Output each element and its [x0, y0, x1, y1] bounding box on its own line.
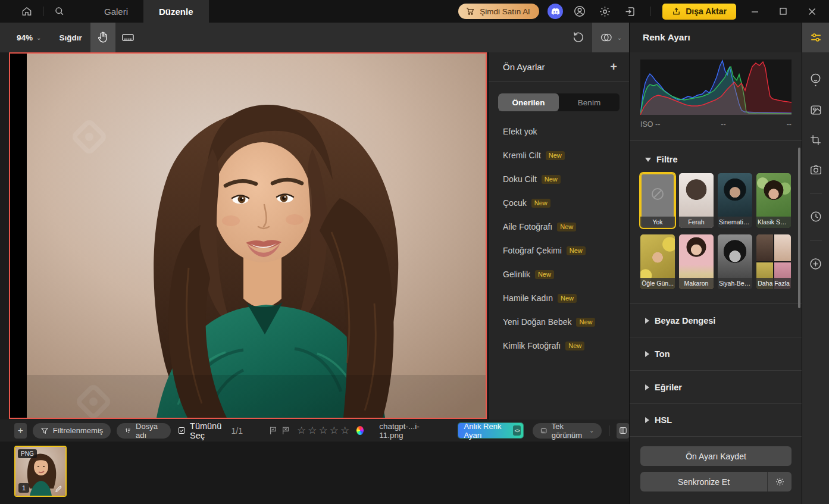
filter-label: Siyah-Bey...	[718, 278, 752, 289]
view-mode-label: Tek görünüm	[552, 422, 585, 440]
preset-item[interactable]: Kimlik FotoğrafıNew	[489, 334, 629, 358]
preset-item[interactable]: Hamile KadınNew	[489, 286, 629, 310]
hand-tool-button[interactable]	[90, 23, 115, 52]
star-icon[interactable]: ☆	[297, 425, 306, 436]
bottom-bar: + Filtrelenmemiş Dosya adı Tümünü Seç 1/…	[0, 420, 629, 442]
settings-button[interactable]	[596, 3, 613, 20]
compare-button[interactable]: ⌄	[592, 23, 629, 52]
maximize-button[interactable]	[773, 0, 793, 23]
straighten-tool-button[interactable]	[115, 23, 140, 52]
minimize-button[interactable]	[744, 0, 765, 23]
preset-item[interactable]: Efekt yok	[489, 120, 629, 143]
zoom-level-value: 94%	[17, 33, 33, 42]
filter-tile[interactable]: Sinematik...	[718, 173, 752, 228]
star-icon[interactable]: ☆	[319, 425, 328, 436]
none-icon	[650, 186, 665, 202]
preset-item[interactable]: Kremli CiltNew	[489, 143, 629, 167]
preset-list: Efekt yok Kremli CiltNew Doku CiltNew Ço…	[489, 120, 629, 358]
color-label-wheel[interactable]	[356, 426, 364, 435]
filter-tool[interactable]	[802, 95, 829, 125]
section-curves[interactable]: Eğriler	[630, 370, 802, 403]
section-title: Ton	[655, 349, 670, 359]
instant-color-button[interactable]: Anlık Renk Ayarı <>	[458, 423, 524, 438]
home-icon	[21, 5, 33, 17]
history-tool[interactable]	[802, 202, 829, 231]
preset-label: Yeni Doğan Bebek	[503, 317, 571, 327]
star-icon[interactable]: ☆	[340, 425, 349, 436]
view-mode-dropdown[interactable]: Tek görünüm ⌄	[533, 423, 602, 439]
section-white-balance[interactable]: Beyaz Dengesi	[630, 303, 802, 337]
filter-tile[interactable]: Siyah-Bey...	[718, 234, 752, 289]
adjustment-sections: Beyaz Dengesi Ton Eğriler HSL	[630, 303, 802, 437]
photo-thumbnail[interactable]: PNG 1	[14, 446, 67, 497]
sync-button[interactable]: Senkronize Et	[640, 472, 768, 492]
instant-color-label: Anlık Renk Ayarı	[464, 422, 509, 440]
preset-item[interactable]: GelinlikNew	[489, 262, 629, 286]
layout-icon	[540, 427, 547, 435]
buy-now-button[interactable]: Şimdi Satın Al	[458, 4, 539, 19]
select-all-control[interactable]: Tümünü Seç 1/1	[178, 421, 243, 440]
fit-button[interactable]: Sığdır	[59, 33, 82, 42]
scrollbar[interactable]	[798, 148, 800, 308]
preset-item[interactable]: Aile FotoğrafıNew	[489, 215, 629, 239]
star-icon[interactable]: ☆	[308, 425, 317, 436]
buy-now-label: Şimdi Satın Al	[480, 7, 530, 16]
preset-item[interactable]: Doku CiltNew	[489, 167, 629, 191]
tab-mine-label: Benim	[578, 98, 600, 107]
crop-icon	[809, 134, 822, 146]
filter-label: Makaron	[679, 278, 714, 289]
new-badge: New	[576, 318, 595, 327]
exif-value-right: --	[787, 120, 792, 129]
filter-tile[interactable]: Öğle Gün...	[640, 234, 675, 289]
split-view-button[interactable]	[617, 423, 629, 439]
color-adjust-tool[interactable]	[802, 23, 829, 52]
zoom-level-dropdown[interactable]: 94% ⌄	[17, 33, 41, 42]
crop-tool[interactable]	[802, 125, 829, 155]
filter-status-button[interactable]: Filtrelenmemiş	[33, 423, 111, 439]
chevron-down-icon: ⌄	[589, 427, 594, 434]
presets-tabs: Önerilen Benim	[498, 93, 620, 111]
portrait-retouch-tool[interactable]	[802, 65, 829, 95]
tab-edit[interactable]: Düzenle	[143, 0, 209, 23]
tab-gallery[interactable]: Galeri	[89, 0, 143, 23]
filter-label: Öğle Gün...	[640, 278, 675, 289]
tab-recommended[interactable]: Önerilen	[498, 93, 559, 111]
search-button[interactable]	[47, 0, 72, 23]
account-button[interactable]	[571, 3, 588, 20]
filter-tile-none[interactable]: Yok	[640, 173, 675, 228]
discord-button[interactable]	[548, 4, 563, 19]
save-preset-button[interactable]: Ön Ayarı Kaydet	[640, 446, 792, 466]
preset-item[interactable]: Fotoğraf ÇekimiNew	[489, 239, 629, 262]
preset-item[interactable]: Yeni Doğan BebekNew	[489, 310, 629, 334]
filter-tile[interactable]: Makaron	[679, 234, 714, 289]
preset-item[interactable]: ÇocukNew	[489, 191, 629, 215]
new-badge: New	[565, 342, 584, 350]
section-tone[interactable]: Ton	[630, 337, 802, 370]
star-icon[interactable]: ☆	[330, 425, 339, 436]
flag-reject-icon[interactable]	[281, 426, 290, 435]
section-hsl[interactable]: HSL	[630, 403, 802, 437]
new-badge: New	[557, 223, 576, 231]
filter-section-header[interactable]: Filtre	[645, 155, 677, 164]
sort-button[interactable]: Dosya adı	[117, 423, 170, 439]
close-button[interactable]	[802, 0, 822, 23]
export-button[interactable]: Dışa Aktar	[662, 4, 736, 20]
flag-pick-icon[interactable]	[269, 426, 277, 435]
preset-label: Fotoğraf Çekimi	[503, 246, 562, 255]
camera-tool[interactable]	[802, 155, 829, 184]
filter-label: Klasik Sey...	[756, 217, 791, 228]
home-button[interactable]	[14, 0, 39, 23]
filter-tile[interactable]: Ferah	[679, 173, 714, 228]
preset-label: Çocuk	[503, 198, 527, 208]
add-photo-button[interactable]: +	[14, 423, 27, 439]
photo-canvas[interactable]	[9, 52, 487, 419]
undo-button[interactable]	[565, 23, 592, 52]
add-preset-button[interactable]: +	[610, 61, 617, 73]
sync-settings-button[interactable]	[768, 472, 792, 492]
filter-tile-more[interactable]: Daha Fazla	[756, 234, 791, 289]
tab-mine[interactable]: Benim	[559, 93, 620, 111]
filter-tile[interactable]: Klasik Sey...	[756, 173, 791, 228]
add-tool[interactable]	[802, 249, 829, 278]
new-badge: New	[542, 175, 561, 184]
logout-button[interactable]	[621, 3, 638, 20]
